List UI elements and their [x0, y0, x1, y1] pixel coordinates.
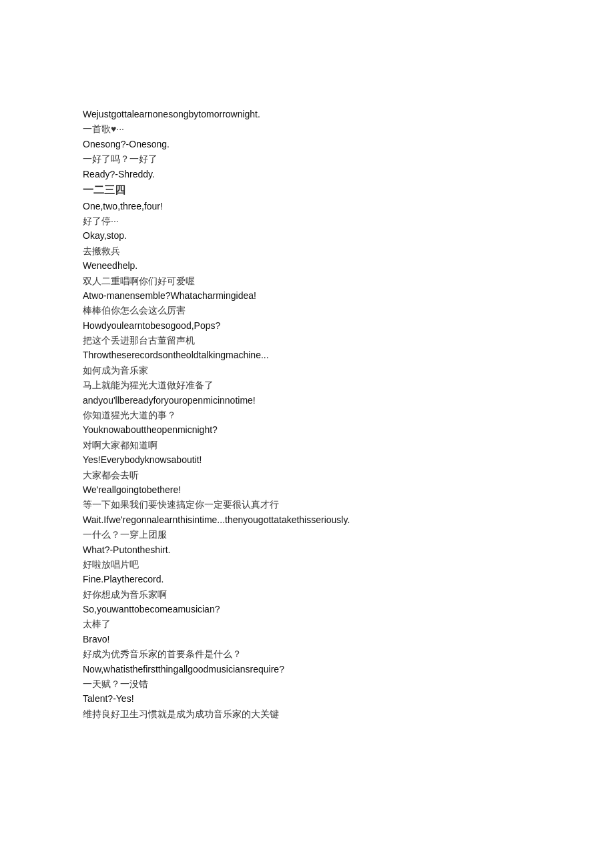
subtitle-line-11: 双人二重唱啊你们好可爱喔 [83, 274, 531, 288]
subtitle-line-37: Now,whatisthefirstthingallgoodmusiciansr… [83, 662, 531, 677]
subtitle-line-17: 如何成为音乐家 [83, 363, 531, 378]
subtitle-line-21: Youknowabouttheopenmicnight? [83, 422, 531, 437]
subtitle-line-6: One,two,three,four! [83, 199, 531, 213]
subtitle-line-27: Wait.Ifwe'regonnalearnthisintime...theny… [83, 512, 531, 527]
subtitle-line-39: Talent?-Yes! [83, 691, 531, 706]
subtitle-line-31: Fine.Playtherecord. [83, 572, 531, 586]
subtitle-line-22: 对啊大家都知道啊 [83, 438, 531, 452]
subtitle-line-2: Onesong?-Onesong. [83, 137, 531, 151]
subtitle-line-24: 大家都会去听 [83, 468, 531, 482]
subtitle-line-18: 马上就能为猩光大道做好准备了 [83, 378, 531, 392]
subtitle-line-30: 好啦放唱片吧 [83, 557, 531, 572]
subtitle-line-12: Atwo-manensemble?Whatacharmingidea! [83, 288, 531, 303]
subtitle-line-15: 把这个丢进那台古董留声机 [83, 333, 531, 348]
subtitle-line-38: 一天赋？一没错 [83, 677, 531, 691]
subtitle-line-7: 好了停··· [83, 213, 531, 228]
subtitle-line-34: 太棒了 [83, 616, 531, 631]
subtitle-line-23: Yes!Everybodyknowsaboutit! [83, 452, 531, 467]
subtitle-line-36: 好成为优秀音乐家的首要条件是什么？ [83, 646, 531, 661]
subtitle-line-14: Howdyoulearntobesogood,Pops? [83, 318, 531, 333]
subtitle-line-5: 一二三四 [83, 181, 531, 199]
subtitle-line-32: 好你想成为音乐家啊 [83, 587, 531, 602]
subtitle-line-35: Bravo! [83, 632, 531, 646]
subtitle-line-28: 一什么？一穿上团服 [83, 527, 531, 542]
subtitle-content: Wejustgottalearnonesongbytomorrownight.一… [83, 107, 531, 721]
subtitle-line-29: What?-Putontheshirt. [83, 542, 531, 557]
subtitle-line-16: Throwtheserecordsontheoldtalkingmachine.… [83, 348, 531, 362]
subtitle-line-0: Wejustgottalearnonesongbytomorrownight. [83, 107, 531, 121]
subtitle-line-3: 一好了吗？一好了 [83, 151, 531, 166]
subtitle-line-10: Weneedhelp. [83, 258, 531, 273]
subtitle-line-1: 一首歌♥··· [83, 121, 531, 136]
subtitle-line-26: 等一下如果我们要快速搞定你一定要很认真才行 [83, 497, 531, 512]
subtitle-line-8: Okay,stop. [83, 228, 531, 243]
subtitle-line-20: 你知道猩光大道的事？ [83, 408, 531, 422]
subtitle-line-13: 棒棒伯你怎么会这么厉害 [83, 303, 531, 318]
subtitle-line-25: We'reallgoingtobethere! [83, 482, 531, 497]
subtitle-line-33: So,youwanttobecomeamusician? [83, 602, 531, 616]
subtitle-line-9: 去搬救兵 [83, 244, 531, 258]
subtitle-line-4: Ready?-Shreddy. [83, 167, 531, 181]
subtitle-line-40: 维持良好卫生习惯就是成为成功音乐家的大关键 [83, 707, 531, 721]
subtitle-line-19: andyou'llbereadyforyouropenmicinnotime! [83, 393, 531, 408]
